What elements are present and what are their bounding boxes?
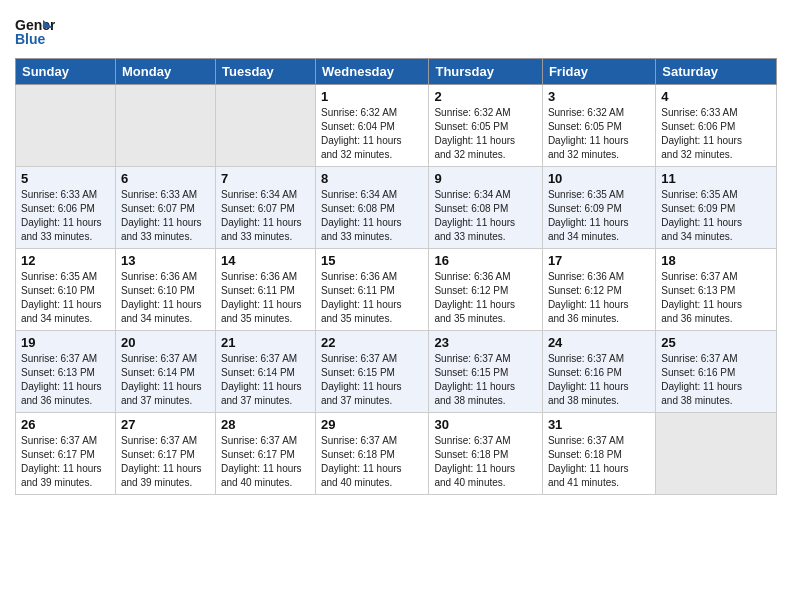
calendar-cell: 24Sunrise: 6:37 AM Sunset: 6:16 PM Dayli… (542, 331, 655, 413)
calendar-cell: 31Sunrise: 6:37 AM Sunset: 6:18 PM Dayli… (542, 413, 655, 495)
day-number: 20 (121, 335, 210, 350)
day-number: 30 (434, 417, 536, 432)
calendar-cell: 27Sunrise: 6:37 AM Sunset: 6:17 PM Dayli… (116, 413, 216, 495)
day-number: 23 (434, 335, 536, 350)
calendar-cell: 3Sunrise: 6:32 AM Sunset: 6:05 PM Daylig… (542, 85, 655, 167)
day-number: 26 (21, 417, 110, 432)
day-info: Sunrise: 6:37 AM Sunset: 6:13 PM Dayligh… (21, 352, 110, 408)
header-monday: Monday (116, 59, 216, 85)
day-info: Sunrise: 6:37 AM Sunset: 6:15 PM Dayligh… (434, 352, 536, 408)
day-info: Sunrise: 6:37 AM Sunset: 6:18 PM Dayligh… (548, 434, 650, 490)
day-info: Sunrise: 6:37 AM Sunset: 6:15 PM Dayligh… (321, 352, 423, 408)
header-saturday: Saturday (656, 59, 777, 85)
page: General Blue Sunday Monday Tuesday Wedne… (0, 0, 792, 505)
day-number: 2 (434, 89, 536, 104)
calendar-week-row: 5Sunrise: 6:33 AM Sunset: 6:06 PM Daylig… (16, 167, 777, 249)
day-number: 12 (21, 253, 110, 268)
calendar-week-row: 1Sunrise: 6:32 AM Sunset: 6:04 PM Daylig… (16, 85, 777, 167)
day-info: Sunrise: 6:37 AM Sunset: 6:17 PM Dayligh… (221, 434, 310, 490)
day-number: 18 (661, 253, 771, 268)
svg-text:Blue: Blue (15, 31, 46, 47)
day-info: Sunrise: 6:33 AM Sunset: 6:06 PM Dayligh… (21, 188, 110, 244)
calendar-cell: 15Sunrise: 6:36 AM Sunset: 6:11 PM Dayli… (316, 249, 429, 331)
day-number: 3 (548, 89, 650, 104)
header: General Blue (15, 10, 777, 50)
calendar-cell (16, 85, 116, 167)
calendar-cell (216, 85, 316, 167)
day-info: Sunrise: 6:37 AM Sunset: 6:18 PM Dayligh… (434, 434, 536, 490)
day-number: 5 (21, 171, 110, 186)
header-wednesday: Wednesday (316, 59, 429, 85)
day-number: 9 (434, 171, 536, 186)
calendar-cell: 23Sunrise: 6:37 AM Sunset: 6:15 PM Dayli… (429, 331, 542, 413)
calendar-week-row: 12Sunrise: 6:35 AM Sunset: 6:10 PM Dayli… (16, 249, 777, 331)
calendar-cell: 16Sunrise: 6:36 AM Sunset: 6:12 PM Dayli… (429, 249, 542, 331)
calendar-cell (656, 413, 777, 495)
calendar-cell: 25Sunrise: 6:37 AM Sunset: 6:16 PM Dayli… (656, 331, 777, 413)
calendar-cell: 28Sunrise: 6:37 AM Sunset: 6:17 PM Dayli… (216, 413, 316, 495)
calendar-cell: 2Sunrise: 6:32 AM Sunset: 6:05 PM Daylig… (429, 85, 542, 167)
day-number: 29 (321, 417, 423, 432)
day-info: Sunrise: 6:36 AM Sunset: 6:11 PM Dayligh… (221, 270, 310, 326)
calendar-cell: 1Sunrise: 6:32 AM Sunset: 6:04 PM Daylig… (316, 85, 429, 167)
day-info: Sunrise: 6:37 AM Sunset: 6:17 PM Dayligh… (21, 434, 110, 490)
calendar-cell: 14Sunrise: 6:36 AM Sunset: 6:11 PM Dayli… (216, 249, 316, 331)
day-info: Sunrise: 6:37 AM Sunset: 6:16 PM Dayligh… (661, 352, 771, 408)
day-info: Sunrise: 6:37 AM Sunset: 6:14 PM Dayligh… (221, 352, 310, 408)
header-tuesday: Tuesday (216, 59, 316, 85)
day-info: Sunrise: 6:34 AM Sunset: 6:08 PM Dayligh… (321, 188, 423, 244)
day-info: Sunrise: 6:35 AM Sunset: 6:09 PM Dayligh… (661, 188, 771, 244)
calendar-cell: 8Sunrise: 6:34 AM Sunset: 6:08 PM Daylig… (316, 167, 429, 249)
calendar-cell: 4Sunrise: 6:33 AM Sunset: 6:06 PM Daylig… (656, 85, 777, 167)
header-thursday: Thursday (429, 59, 542, 85)
calendar-cell (116, 85, 216, 167)
logo-icon: General Blue (15, 10, 55, 50)
day-number: 22 (321, 335, 423, 350)
day-number: 1 (321, 89, 423, 104)
day-number: 15 (321, 253, 423, 268)
calendar-cell: 5Sunrise: 6:33 AM Sunset: 6:06 PM Daylig… (16, 167, 116, 249)
day-info: Sunrise: 6:37 AM Sunset: 6:14 PM Dayligh… (121, 352, 210, 408)
calendar-cell: 30Sunrise: 6:37 AM Sunset: 6:18 PM Dayli… (429, 413, 542, 495)
day-info: Sunrise: 6:37 AM Sunset: 6:17 PM Dayligh… (121, 434, 210, 490)
calendar-header-row: Sunday Monday Tuesday Wednesday Thursday… (16, 59, 777, 85)
day-number: 24 (548, 335, 650, 350)
day-info: Sunrise: 6:37 AM Sunset: 6:16 PM Dayligh… (548, 352, 650, 408)
calendar-cell: 21Sunrise: 6:37 AM Sunset: 6:14 PM Dayli… (216, 331, 316, 413)
calendar-cell: 11Sunrise: 6:35 AM Sunset: 6:09 PM Dayli… (656, 167, 777, 249)
day-number: 11 (661, 171, 771, 186)
header-sunday: Sunday (16, 59, 116, 85)
day-number: 7 (221, 171, 310, 186)
day-number: 31 (548, 417, 650, 432)
calendar-cell: 9Sunrise: 6:34 AM Sunset: 6:08 PM Daylig… (429, 167, 542, 249)
calendar-cell: 20Sunrise: 6:37 AM Sunset: 6:14 PM Dayli… (116, 331, 216, 413)
day-info: Sunrise: 6:35 AM Sunset: 6:10 PM Dayligh… (21, 270, 110, 326)
day-number: 27 (121, 417, 210, 432)
day-info: Sunrise: 6:35 AM Sunset: 6:09 PM Dayligh… (548, 188, 650, 244)
calendar-cell: 26Sunrise: 6:37 AM Sunset: 6:17 PM Dayli… (16, 413, 116, 495)
calendar-cell: 17Sunrise: 6:36 AM Sunset: 6:12 PM Dayli… (542, 249, 655, 331)
day-number: 28 (221, 417, 310, 432)
day-number: 10 (548, 171, 650, 186)
calendar-cell: 18Sunrise: 6:37 AM Sunset: 6:13 PM Dayli… (656, 249, 777, 331)
day-number: 16 (434, 253, 536, 268)
day-number: 4 (661, 89, 771, 104)
day-info: Sunrise: 6:34 AM Sunset: 6:08 PM Dayligh… (434, 188, 536, 244)
day-info: Sunrise: 6:36 AM Sunset: 6:11 PM Dayligh… (321, 270, 423, 326)
calendar-cell: 13Sunrise: 6:36 AM Sunset: 6:10 PM Dayli… (116, 249, 216, 331)
day-info: Sunrise: 6:37 AM Sunset: 6:18 PM Dayligh… (321, 434, 423, 490)
day-info: Sunrise: 6:33 AM Sunset: 6:06 PM Dayligh… (661, 106, 771, 162)
calendar-cell: 19Sunrise: 6:37 AM Sunset: 6:13 PM Dayli… (16, 331, 116, 413)
day-number: 17 (548, 253, 650, 268)
calendar-cell: 7Sunrise: 6:34 AM Sunset: 6:07 PM Daylig… (216, 167, 316, 249)
day-info: Sunrise: 6:33 AM Sunset: 6:07 PM Dayligh… (121, 188, 210, 244)
calendar-cell: 22Sunrise: 6:37 AM Sunset: 6:15 PM Dayli… (316, 331, 429, 413)
calendar-week-row: 26Sunrise: 6:37 AM Sunset: 6:17 PM Dayli… (16, 413, 777, 495)
day-info: Sunrise: 6:32 AM Sunset: 6:05 PM Dayligh… (548, 106, 650, 162)
calendar-cell: 12Sunrise: 6:35 AM Sunset: 6:10 PM Dayli… (16, 249, 116, 331)
day-info: Sunrise: 6:36 AM Sunset: 6:12 PM Dayligh… (548, 270, 650, 326)
day-info: Sunrise: 6:37 AM Sunset: 6:13 PM Dayligh… (661, 270, 771, 326)
day-info: Sunrise: 6:32 AM Sunset: 6:05 PM Dayligh… (434, 106, 536, 162)
header-friday: Friday (542, 59, 655, 85)
calendar-table: Sunday Monday Tuesday Wednesday Thursday… (15, 58, 777, 495)
